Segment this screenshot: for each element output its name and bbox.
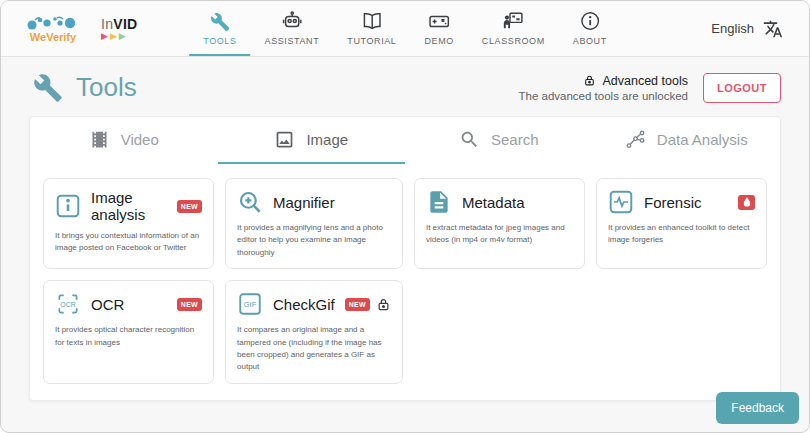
advanced-tools-status: Advanced tools The advanced tools are un… bbox=[519, 74, 688, 102]
tool-card-title: Metadata bbox=[462, 194, 525, 211]
language-selector[interactable]: English bbox=[711, 19, 783, 39]
logo-group: WeVerify InVID ▶ ▶ ▶ bbox=[27, 15, 138, 43]
scatter-graph-icon bbox=[625, 129, 646, 150]
translate-icon bbox=[763, 19, 783, 39]
new-badge: NEW bbox=[345, 298, 370, 311]
nav-label: DEMO bbox=[424, 36, 453, 46]
svg-text:GIF: GIF bbox=[244, 300, 257, 309]
invid-logo: InVID ▶ ▶ ▶ bbox=[101, 17, 138, 41]
gif-icon: GIF bbox=[237, 291, 263, 317]
tab-video[interactable]: Video bbox=[30, 117, 218, 164]
image-icon bbox=[274, 129, 295, 150]
weverify-dots-icon bbox=[27, 15, 79, 31]
invid-logo-in: In bbox=[101, 16, 113, 32]
page-title: Tools bbox=[76, 72, 137, 103]
waveform-square-icon bbox=[608, 189, 634, 215]
nav-item-classroom[interactable]: CLASSROOM bbox=[468, 1, 559, 56]
tool-card-ocr[interactable]: OCR OCR NEW It provides optical characte… bbox=[43, 280, 214, 384]
info-square-icon bbox=[55, 193, 81, 219]
tool-card-title: OCR bbox=[91, 296, 124, 313]
tab-image[interactable]: Image bbox=[218, 117, 406, 164]
tool-card-forensic[interactable]: Forensic It provides an enhanced toolkit… bbox=[596, 178, 767, 269]
tab-search[interactable]: Search bbox=[405, 117, 593, 164]
tool-card-description: It compares an original image and a tamp… bbox=[237, 324, 391, 374]
tool-cards-grid: Image analysis NEW It brings you context… bbox=[30, 164, 780, 400]
tool-card-description: It provides a magnifying lens and a phot… bbox=[237, 222, 391, 259]
tool-card-image-analysis[interactable]: Image analysis NEW It brings you context… bbox=[43, 178, 214, 269]
nav-item-tools[interactable]: TOOLS bbox=[189, 1, 250, 56]
nav-label: CLASSROOM bbox=[482, 36, 545, 46]
invid-triangles-icon: ▶ ▶ ▶ bbox=[101, 32, 138, 41]
tool-card-title: Image analysis bbox=[91, 189, 167, 223]
tab-data-analysis[interactable]: Data Analysis bbox=[593, 117, 781, 164]
weverify-logo-text: WeVerify bbox=[30, 32, 76, 43]
film-icon bbox=[89, 129, 110, 150]
tab-label: Search bbox=[491, 131, 539, 148]
page-title-wrap: Tools bbox=[33, 72, 137, 103]
gamepad-icon bbox=[428, 10, 450, 32]
tool-card-title: Forensic bbox=[644, 194, 702, 211]
nav-label: ABOUT bbox=[573, 36, 607, 46]
weverify-logo: WeVerify bbox=[27, 15, 79, 43]
nav-item-about[interactable]: ABOUT bbox=[559, 1, 621, 56]
tools-panel: Video Image Search bbox=[29, 116, 781, 401]
tool-card-description: It extract metadata for jpeg images and … bbox=[426, 222, 573, 247]
tool-card-description: It provides optical character recognitio… bbox=[55, 324, 202, 349]
tool-card-magnifier[interactable]: Magnifier It provides a magnifying lens … bbox=[225, 178, 403, 269]
robot-icon bbox=[281, 10, 303, 32]
search-icon bbox=[459, 129, 480, 150]
presenter-icon bbox=[502, 10, 524, 32]
page-heading-row: Tools Advanced tools The advanced tools … bbox=[1, 57, 809, 116]
language-label: English bbox=[711, 21, 754, 36]
category-tabs: Video Image Search bbox=[30, 117, 780, 164]
nav-item-demo[interactable]: DEMO bbox=[410, 1, 467, 56]
document-icon bbox=[426, 189, 452, 215]
nav-label: TOOLS bbox=[203, 36, 236, 46]
book-icon bbox=[361, 10, 383, 32]
ocr-scan-icon: OCR bbox=[55, 291, 81, 317]
advanced-tools-status-text: The advanced tools are unlocked bbox=[519, 90, 688, 102]
tool-card-description: It brings you contextual information of … bbox=[55, 230, 202, 255]
new-badge: NEW bbox=[177, 298, 202, 311]
lock-icon bbox=[376, 297, 391, 312]
logout-button[interactable]: LOGOUT bbox=[703, 73, 781, 103]
tool-card-title: Magnifier bbox=[273, 194, 335, 211]
feedback-button[interactable]: Feedback bbox=[716, 392, 799, 424]
invid-logo-vid: VID bbox=[113, 16, 137, 32]
tool-card-checkgif[interactable]: GIF CheckGif NEW bbox=[225, 280, 403, 384]
zoom-in-icon bbox=[237, 189, 263, 215]
tab-label: Video bbox=[121, 131, 159, 148]
main-nav: TOOLS ASSISTANT bbox=[189, 1, 621, 56]
nav-label: ASSISTANT bbox=[265, 36, 320, 46]
new-badge: NEW bbox=[177, 200, 202, 213]
tool-card-description: It provides an enhanced toolkit to detec… bbox=[608, 222, 755, 247]
advanced-tools-label: Advanced tools bbox=[602, 74, 687, 88]
nav-item-assistant[interactable]: ASSISTANT bbox=[251, 1, 334, 56]
tool-card-title: CheckGif bbox=[273, 296, 335, 313]
lock-icon bbox=[583, 74, 596, 87]
svg-text:OCR: OCR bbox=[60, 301, 76, 308]
tab-label: Image bbox=[306, 131, 348, 148]
info-circle-icon bbox=[579, 10, 601, 32]
app-window: WeVerify InVID ▶ ▶ ▶ TOOLS bbox=[0, 0, 810, 433]
flame-badge-icon bbox=[738, 195, 755, 210]
tab-label: Data Analysis bbox=[657, 131, 748, 148]
wrench-icon bbox=[210, 10, 230, 32]
nav-label: TUTORIAL bbox=[347, 36, 396, 46]
wrench-icon bbox=[33, 73, 63, 103]
tool-card-metadata[interactable]: Metadata It extract metadata for jpeg im… bbox=[414, 178, 585, 269]
top-header: WeVerify InVID ▶ ▶ ▶ TOOLS bbox=[1, 1, 809, 57]
nav-item-tutorial[interactable]: TUTORIAL bbox=[333, 1, 410, 56]
